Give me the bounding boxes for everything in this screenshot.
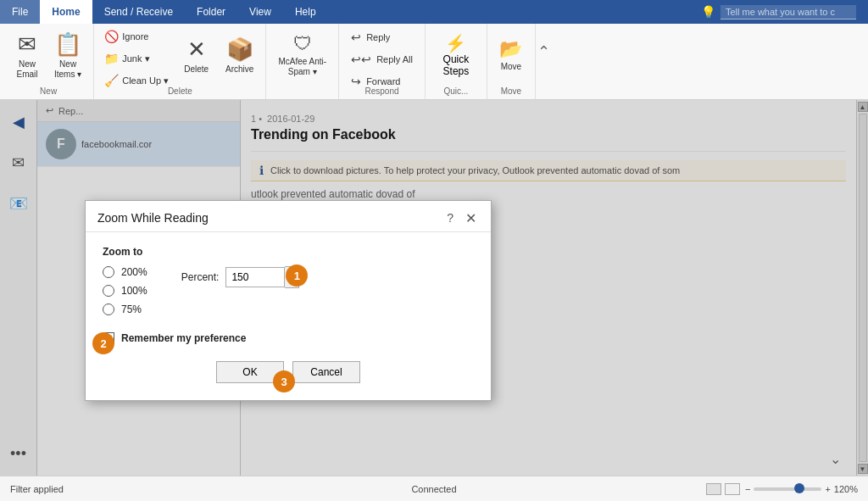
- zoom-75-option[interactable]: 75%: [103, 303, 147, 315]
- junk-icon: 📁: [104, 52, 119, 65]
- dialog-body: Zoom to 200% 100%: [86, 232, 491, 400]
- new-email-icon: ✉: [18, 31, 36, 58]
- percent-row: Percent: ▲ ▼ 1: [181, 266, 300, 288]
- zoom-level-label: 120%: [834, 484, 858, 494]
- ok-button[interactable]: OK 3: [216, 361, 284, 383]
- junk-label: Junk ▾: [122, 53, 149, 64]
- move-button[interactable]: 📂 Move: [492, 27, 530, 83]
- radio-group: 200% 100% 75%: [103, 266, 147, 315]
- ribbon-group-respond: ↩ Reply ↩↩ Reply All ↪ Forward ⋯ Respond: [339, 24, 426, 99]
- move-group-label: Move: [487, 86, 535, 96]
- mcafee-button[interactable]: 🛡 McAfee Anti-Spam ▾: [271, 27, 333, 83]
- zoom-100-option[interactable]: 100%: [103, 285, 147, 297]
- percent-input-wrapper: ▲ ▼ 1: [225, 266, 299, 288]
- badge-1: 1: [286, 264, 308, 287]
- status-bar: Filter applied Connected − + 120%: [0, 476, 868, 501]
- percent-label: Percent:: [181, 271, 220, 283]
- zoom-options: 200% 100% 75% Pe: [103, 266, 474, 315]
- zoom-slider: − + 120%: [745, 484, 858, 494]
- menu-home[interactable]: Home: [40, 0, 92, 24]
- menu-file[interactable]: File: [0, 0, 40, 24]
- remember-label: Remember my preference: [121, 332, 246, 344]
- ribbon: ✉ NewEmail 📋 NewItems ▾ New 🚫 Ignore 📁 J…: [0, 24, 868, 100]
- junk-button[interactable]: 📁 Junk ▾: [99, 49, 174, 68]
- content-area: ◀ ✉ 📧 ••• ↩ Rep... F facebookmail.cor 1 …: [0, 100, 868, 476]
- percent-input[interactable]: [225, 267, 285, 287]
- mcafee-label: McAfee Anti-Spam ▾: [278, 57, 326, 77]
- delete-icon: ✕: [187, 36, 206, 63]
- menu-bar: File Home Send / Receive Folder View Hel…: [0, 0, 868, 24]
- zoom-200-option[interactable]: 200%: [103, 266, 147, 278]
- clean-label: Clean Up ▾: [122, 75, 169, 86]
- quick-steps-group-label: Quic...: [426, 86, 487, 96]
- percent-group: Percent: ▲ ▼ 1: [181, 266, 300, 288]
- zoom-thumb[interactable]: [794, 483, 804, 493]
- tell-me-input[interactable]: [721, 5, 856, 19]
- menu-help[interactable]: Help: [283, 0, 328, 24]
- ignore-icon: 🚫: [104, 30, 119, 43]
- new-items-label: NewItems ▾: [54, 59, 81, 80]
- status-right: − + 120%: [576, 483, 858, 495]
- menu-send-receive[interactable]: Send / Receive: [92, 0, 185, 24]
- zoom-75-label: 75%: [121, 303, 142, 315]
- ribbon-collapse-button[interactable]: ⌃: [536, 24, 552, 80]
- delete-label: Delete: [184, 64, 209, 75]
- tell-me-bar: 💡: [689, 0, 868, 24]
- quick-steps-button[interactable]: ⚡ QuickSteps: [431, 27, 481, 83]
- badge-2: 2: [92, 332, 114, 354]
- single-view-icon[interactable]: [706, 483, 721, 495]
- zoom-minus-icon[interactable]: −: [745, 484, 750, 494]
- dialog-footer: OK 3 Cancel: [103, 361, 474, 383]
- quick-steps-icon: ⚡: [445, 33, 466, 53]
- zoom-track[interactable]: [754, 487, 821, 491]
- new-email-label: NewEmail: [16, 59, 37, 80]
- dialog-titlebar: Zoom While Reading ? ✕: [86, 201, 491, 232]
- menu-folder[interactable]: Folder: [185, 0, 237, 24]
- new-items-icon: 📋: [54, 31, 81, 58]
- badge-3: 3: [273, 370, 295, 392]
- archive-button[interactable]: 📦 Archive: [219, 27, 260, 83]
- ribbon-group-new: ✉ NewEmail 📋 NewItems ▾ New: [3, 24, 94, 99]
- forward-label: Forward: [366, 76, 400, 86]
- ribbon-group-quick-steps: ⚡ QuickSteps Quic...: [426, 24, 487, 99]
- archive-icon: 📦: [226, 36, 253, 63]
- remember-preference-row: Remember my preference 2: [103, 332, 474, 344]
- delete-button[interactable]: ✕ Delete: [177, 27, 215, 83]
- new-items-button[interactable]: 📋 NewItems ▾: [47, 27, 88, 83]
- move-label: Move: [501, 62, 521, 72]
- zoom-75-radio[interactable]: [103, 303, 114, 315]
- new-email-button[interactable]: ✉ NewEmail: [8, 27, 46, 83]
- menu-view[interactable]: View: [237, 0, 283, 24]
- mcafee-group-label: [266, 86, 338, 96]
- reply-all-label: Reply All: [376, 54, 413, 64]
- reply-all-button[interactable]: ↩↩ Reply All: [344, 49, 420, 70]
- ignore-label: Ignore: [122, 31, 148, 42]
- cancel-button[interactable]: Cancel: [292, 361, 360, 383]
- zoom-200-radio[interactable]: [103, 266, 114, 278]
- dialog-title: Zoom While Reading: [97, 211, 209, 225]
- status-view-icons: [706, 483, 740, 495]
- zoom-100-radio[interactable]: [103, 285, 114, 297]
- reply-label: Reply: [366, 32, 390, 42]
- dialog-help-button[interactable]: ?: [447, 211, 453, 225]
- dialog-close-button[interactable]: ✕: [462, 209, 479, 226]
- new-group-label: New: [3, 86, 93, 96]
- mcafee-icon: 🛡: [293, 33, 312, 55]
- ribbon-group-move: 📂 Move Move: [487, 24, 536, 99]
- quick-steps-label: QuickSteps: [443, 53, 470, 77]
- ribbon-group-delete: 🚫 Ignore 📁 Junk ▾ 🧹 Clean Up ▾ ✕ Delete …: [94, 24, 266, 99]
- zoom-100-label: 100%: [121, 285, 147, 297]
- status-connection-text: Connected: [292, 484, 575, 494]
- zoom-to-label: Zoom to: [103, 246, 474, 258]
- split-view-icon[interactable]: [725, 483, 740, 495]
- status-filter-text: Filter applied: [10, 484, 292, 494]
- respond-group-label: Respond: [339, 86, 425, 96]
- reply-icon: ↩: [351, 31, 361, 44]
- archive-label: Archive: [225, 64, 253, 75]
- delete-group-label: Delete: [94, 86, 265, 96]
- zoom-dialog: Zoom While Reading ? ✕ Zoom to 200%: [85, 200, 492, 401]
- dialog-overlay: Zoom While Reading ? ✕ Zoom to 200%: [0, 100, 868, 476]
- reply-button[interactable]: ↩ Reply: [344, 27, 420, 47]
- ignore-button[interactable]: 🚫 Ignore: [99, 27, 174, 46]
- zoom-plus-icon[interactable]: +: [825, 484, 830, 494]
